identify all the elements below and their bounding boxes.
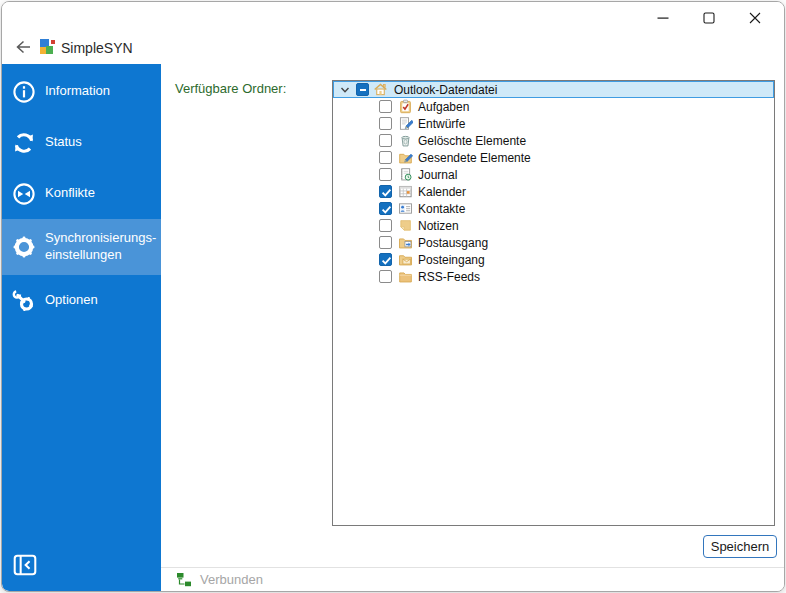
folder-label: Kontakte xyxy=(418,202,465,216)
folder-label: Posteingang xyxy=(418,253,485,267)
sidebar: Information Status Konflikte Synchronisi… xyxy=(2,64,161,591)
drafts-icon xyxy=(398,116,413,131)
tree-row[interactable]: RSS-Feeds xyxy=(333,268,774,285)
folder-label: Postausgang xyxy=(418,236,488,250)
collapse-sidebar-button[interactable] xyxy=(12,552,38,578)
sent-icon xyxy=(398,150,413,165)
sync-icon xyxy=(12,131,36,155)
window-controls xyxy=(640,3,778,34)
sidebar-item-label: Konflikte xyxy=(45,185,99,202)
collapse-sidebar-icon xyxy=(12,564,38,581)
folder-label: Gelöschte Elemente xyxy=(418,134,526,148)
folder-checkbox[interactable] xyxy=(379,253,392,266)
folder-icon xyxy=(398,269,413,284)
save-button[interactable]: Speichern xyxy=(703,535,777,558)
sidebar-items: Information Status Konflikte Synchronisi… xyxy=(2,64,161,326)
journal-icon xyxy=(398,167,413,182)
chevron-down-icon[interactable] xyxy=(339,84,351,96)
sidebar-item-status[interactable]: Status xyxy=(2,117,161,168)
notes-icon xyxy=(398,218,413,233)
maximize-icon xyxy=(703,10,715,28)
minimize-icon xyxy=(657,10,669,28)
tree-row[interactable]: Gesendete Elemente xyxy=(333,149,774,166)
contacts-icon xyxy=(398,201,413,216)
folder-label: RSS-Feeds xyxy=(418,270,480,284)
folder-checkbox[interactable] xyxy=(379,185,392,198)
folder-checkbox[interactable] xyxy=(379,117,392,130)
app-window: SimpleSYN Information Status Konflikte S… xyxy=(1,1,785,592)
close-button[interactable] xyxy=(732,3,778,34)
folder-checkbox[interactable] xyxy=(379,151,392,164)
folder-label: Aufgaben xyxy=(418,100,469,114)
home-icon xyxy=(373,82,388,97)
folder-checkbox[interactable] xyxy=(379,202,392,215)
folder-checkbox[interactable] xyxy=(379,219,392,232)
tree-row[interactable]: Aufgaben xyxy=(333,98,774,115)
tree-row[interactable]: Entwürfe xyxy=(333,115,774,132)
network-icon xyxy=(175,571,193,589)
titlebar: SimpleSYN xyxy=(2,2,784,64)
folder-checkbox[interactable] xyxy=(356,83,369,96)
folder-checkbox[interactable] xyxy=(379,100,392,113)
gear-icon xyxy=(12,235,36,259)
sidebar-item-konflikte[interactable]: Konflikte xyxy=(2,168,161,219)
sidebar-item-information[interactable]: Information xyxy=(2,66,161,117)
folder-checkbox[interactable] xyxy=(379,168,392,181)
tree-row[interactable]: Kontakte xyxy=(333,200,774,217)
outbox-icon xyxy=(398,235,413,250)
tree-row[interactable]: Outlook-Datendatei xyxy=(333,81,774,98)
trash-icon xyxy=(398,133,413,148)
tree-row[interactable]: Posteingang xyxy=(333,251,774,268)
folder-label: Notizen xyxy=(418,219,459,233)
folder-label: Outlook-Datendatei xyxy=(394,83,497,97)
available-folders-label: Verfügbare Ordner: xyxy=(175,81,286,96)
tree-row[interactable]: Postausgang xyxy=(333,234,774,251)
connection-status: Verbunden xyxy=(200,572,263,587)
folder-tree: Outlook-Datendatei Aufgaben Entwürfe Gel… xyxy=(332,80,775,526)
minimize-button[interactable] xyxy=(640,3,686,34)
tree-row[interactable]: Journal xyxy=(333,166,774,183)
sidebar-item-synchronisierungs-einstellungen[interactable]: Synchronisierungs-einstellungen xyxy=(2,219,161,275)
back-arrow-icon xyxy=(14,42,32,59)
sidebar-item-optionen[interactable]: Optionen xyxy=(2,275,161,326)
sidebar-item-label: Synchronisierungs-einstellungen xyxy=(45,230,160,263)
main-panel: Verfügbare Ordner: Outlook-Datendatei Au… xyxy=(161,64,784,591)
inbox-icon xyxy=(398,252,413,267)
statusbar: Verbunden xyxy=(161,568,784,591)
tree-row[interactable]: Notizen xyxy=(333,217,774,234)
conflicts-icon xyxy=(12,182,36,206)
options-icon xyxy=(12,289,36,313)
tree-row[interactable]: Gelöschte Elemente xyxy=(333,132,774,149)
sidebar-item-label: Optionen xyxy=(45,292,102,309)
folder-label: Kalender xyxy=(418,185,466,199)
back-button[interactable] xyxy=(14,38,34,58)
calendar-icon xyxy=(398,184,413,199)
sidebar-item-label: Information xyxy=(45,83,114,100)
sidebar-item-label: Status xyxy=(45,134,86,151)
tasks-icon xyxy=(398,99,413,114)
maximize-button[interactable] xyxy=(686,3,732,34)
simplesyn-logo xyxy=(39,38,56,55)
folder-checkbox[interactable] xyxy=(379,134,392,147)
folder-checkbox[interactable] xyxy=(379,236,392,249)
tree-row[interactable]: Kalender xyxy=(333,183,774,200)
folder-label: Journal xyxy=(418,168,457,182)
folder-checkbox[interactable] xyxy=(379,270,392,283)
close-icon xyxy=(749,10,761,28)
folder-label: Gesendete Elemente xyxy=(418,151,531,165)
app-title: SimpleSYN xyxy=(61,40,133,56)
info-icon xyxy=(12,80,36,104)
folder-label: Entwürfe xyxy=(418,117,465,131)
